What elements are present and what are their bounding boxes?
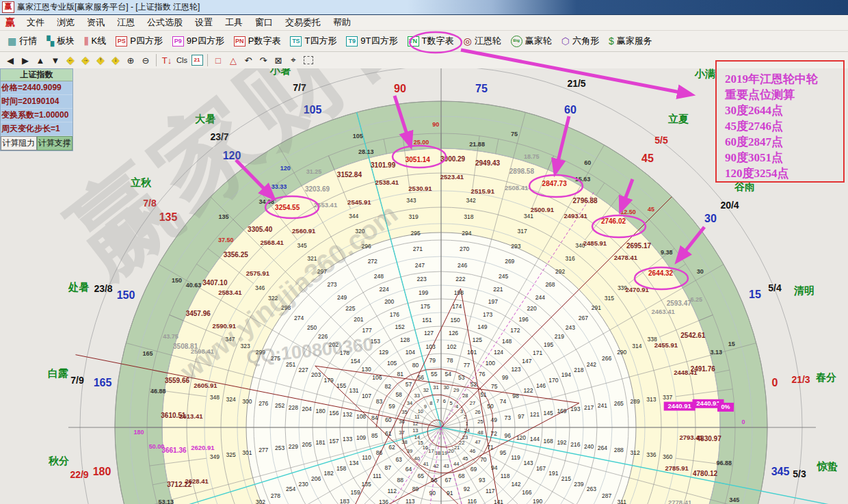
toolbar-bankuai[interactable]: ▚板块 — [42, 32, 79, 50]
spiral-number: 155 — [336, 382, 346, 389]
menu-item-6[interactable]: 工具 — [219, 16, 249, 29]
toolbar-p-table[interactable]: PNP数字表 — [229, 32, 286, 50]
price-inner-label: 2785.91 — [665, 464, 689, 472]
outer-date-label: 23/8 — [94, 283, 112, 294]
spiral-number: 76 — [479, 371, 486, 377]
spiral-number: 79 — [429, 357, 436, 364]
spiral-number: 159 — [351, 489, 360, 496]
toolbar-t-square[interactable]: TST四方形 — [285, 32, 341, 50]
toolbar-kline[interactable]: ⫼K线 — [79, 32, 111, 50]
delete-tool-button[interactable]: ⊠ — [271, 53, 286, 67]
spiral-number: 104 — [406, 349, 415, 356]
price-outer-label: 3508.81 — [173, 343, 198, 350]
text-tool-button[interactable]: T↓ — [159, 53, 174, 67]
pan-right-button[interactable]: ◆→ — [78, 53, 93, 67]
select-tool-button[interactable] — [301, 53, 316, 67]
triangle-tool-button[interactable]: △ — [226, 53, 241, 67]
toolbar-yingjialun[interactable]: Big赢家轮 — [506, 32, 557, 50]
menu-item-2[interactable]: 资讯 — [81, 16, 111, 29]
toolbar-9p-square[interactable]: P99P四方形 — [168, 32, 229, 50]
spiral-number: 313 — [646, 396, 656, 403]
calc-support-button[interactable]: 计算支撑 — [37, 136, 73, 150]
spiral-number: 324 — [226, 396, 236, 403]
pan-left-button[interactable]: ◆← — [63, 53, 78, 67]
spiral-number: 242 — [587, 361, 596, 368]
pointer-up-button[interactable]: ▲ — [33, 53, 48, 67]
zoom-out-button[interactable]: ⊖ — [138, 53, 153, 67]
pointer-down-button[interactable]: ▼ — [48, 53, 63, 67]
rotate-ccw-button[interactable]: ↶ — [241, 53, 256, 67]
toolbar-liujiaoxing[interactable]: ⬡六角形 — [557, 32, 604, 50]
pan-up-button[interactable]: ◆↑ — [93, 53, 108, 67]
toolbar-fuwu[interactable]: $赢家服务 — [604, 32, 657, 50]
spiral-number: 240 — [584, 443, 594, 450]
menu-item-8[interactable]: 交易委托 — [279, 16, 327, 29]
spiral-number: 317 — [518, 228, 527, 235]
spiral-number: 113 — [406, 498, 415, 504]
menu-item-1[interactable]: 浏览 — [51, 16, 81, 29]
price-outer-label: 3407.10 — [202, 279, 228, 287]
spiral-number: 109 — [356, 434, 366, 441]
calc-resistance-button[interactable]: 计算阻力 — [1, 136, 37, 150]
spiral-number: 67 — [445, 477, 451, 483]
spiral-number: 123 — [511, 366, 520, 373]
spiral-number: 6 — [443, 398, 446, 404]
menu-item-4[interactable]: 公式选股 — [141, 16, 189, 29]
menu-logo-icon: 赢 — [0, 16, 21, 29]
calendar-button[interactable]: 21 — [189, 53, 204, 67]
spiral-number: 83 — [376, 398, 383, 405]
annotation-line-2: 30度2644点 — [725, 103, 843, 118]
spiral-number: 133 — [343, 436, 352, 442]
spiral-number: 267 — [579, 315, 588, 321]
menu-item-0[interactable]: 文件 — [21, 16, 51, 29]
calendar-icon: 21 — [191, 55, 203, 66]
menu-item-5[interactable]: 设置 — [189, 16, 219, 29]
spiral-number: 101 — [467, 349, 477, 356]
toolbar-t-table[interactable]: TNT数字表 — [403, 32, 459, 50]
degree-label: 0 — [741, 419, 745, 425]
outer-term-label: 惊蛰 — [817, 460, 838, 472]
toolbar-separator — [156, 54, 157, 66]
toolbar-jiangenlun[interactable]: ◎江恩轮 — [458, 32, 505, 50]
pan-down-button[interactable]: ◆↓ — [108, 53, 123, 67]
spiral-number: 120 — [516, 434, 526, 441]
spiral-number: 150 — [451, 317, 460, 323]
spiral-number: 50 — [487, 403, 494, 410]
toolbar-p-square[interactable]: PSP四方形 — [111, 32, 168, 50]
spiral-number: 98 — [512, 393, 519, 399]
target-icon: ◎ — [463, 36, 471, 46]
app-window: { "window": {"title": "赢家江恩专业版[赢家服务平台] -… — [0, 0, 848, 504]
spiral-number: 18 — [435, 450, 440, 456]
next-button[interactable]: ▶ — [18, 53, 33, 67]
percent-label: 46.88 — [150, 388, 166, 395]
rotate-cw-button[interactable]: ↷ — [256, 53, 271, 67]
spiral-number: 176 — [390, 311, 399, 318]
spiral-number: 228 — [289, 404, 298, 411]
cls-button[interactable]: Cls — [174, 53, 189, 67]
toolbar-label: P四方形 — [130, 35, 163, 47]
center-tool-button[interactable]: ⌖ — [286, 53, 301, 67]
prev-button[interactable]: ◀ — [3, 53, 18, 67]
menu-item-3[interactable]: 江恩 — [111, 16, 141, 29]
menu-item-9[interactable]: 帮助 — [327, 16, 357, 29]
spiral-number: 149 — [477, 323, 487, 330]
price-outer-label: 2847.73 — [542, 180, 568, 187]
spiral-number: 244 — [535, 294, 545, 301]
toolbar-9t-square[interactable]: T99T四方形 — [341, 32, 402, 50]
spiral-number: 342 — [466, 197, 476, 204]
spiral-number: 82 — [385, 383, 392, 390]
menu-item-7[interactable]: 窗口 — [249, 16, 279, 29]
zoom-in-button[interactable]: ⊕ — [123, 53, 138, 67]
diamond-down-icon: ↓ — [114, 57, 117, 63]
spiral-number: 41 — [423, 461, 429, 467]
info-row-1: 时间=20190104 — [1, 95, 72, 109]
spiral-number: 347 — [225, 336, 235, 343]
spiral-number: 129 — [379, 349, 388, 356]
spiral-number: 143 — [523, 460, 533, 466]
square-tool-button[interactable]: □ — [211, 53, 226, 67]
spiral-number: 135 — [361, 481, 371, 488]
toolbar-separator — [207, 54, 208, 66]
spiral-number: 46 — [470, 448, 475, 454]
toolbar-hangqing[interactable]: ▦行情 — [3, 32, 42, 50]
spiral-number: 221 — [493, 286, 503, 293]
